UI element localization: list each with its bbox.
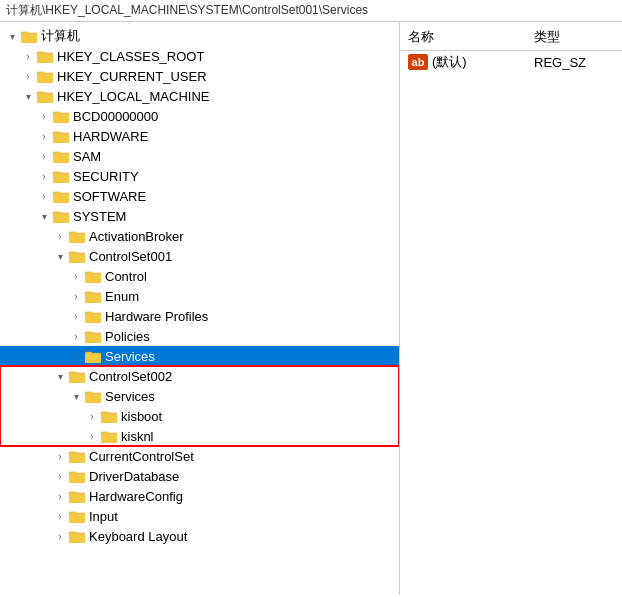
tree-label: SECURITY [73, 169, 139, 184]
registry-value-name: (默认) [432, 53, 534, 71]
svg-rect-70 [69, 374, 85, 383]
collapse-icon[interactable]: ▾ [52, 248, 68, 264]
tree-item-kisknl[interactable]: › kisknl [0, 426, 399, 446]
tree-item-policies[interactable]: › Policies [0, 326, 399, 346]
tree-item-controlset002[interactable]: ▾ ControlSet002 [0, 366, 399, 386]
red-box-group: ▾ ControlSet002▾ Services› kisboot› kisk… [0, 366, 399, 446]
folder-icon [68, 488, 86, 504]
expand-icon[interactable]: › [20, 68, 36, 84]
folder-icon [68, 228, 86, 244]
expand-icon[interactable]: › [84, 428, 100, 444]
svg-rect-23 [54, 133, 60, 135]
svg-rect-10 [37, 74, 53, 83]
svg-rect-91 [70, 473, 76, 475]
expand-icon[interactable]: › [68, 348, 84, 364]
tree-label: Control [105, 269, 147, 284]
tree-item-controlset001[interactable]: ▾ ControlSet001 [0, 246, 399, 266]
tree-item-services001[interactable]: › Services [0, 346, 399, 366]
tree-item-hklm[interactable]: ▾ HKEY_LOCAL_MACHINE [0, 86, 399, 106]
svg-rect-83 [102, 433, 108, 435]
expand-icon[interactable]: › [36, 168, 52, 184]
svg-rect-6 [37, 54, 53, 63]
expand-icon[interactable]: › [36, 188, 52, 204]
folder-icon [36, 88, 54, 104]
tree-item-enum[interactable]: › Enum [0, 286, 399, 306]
collapse-icon[interactable]: ▾ [36, 208, 52, 224]
tree-item-computer[interactable]: ▾ 计算机 [0, 26, 399, 46]
svg-rect-31 [54, 173, 60, 175]
expand-icon[interactable]: › [20, 48, 36, 64]
tree-item-software[interactable]: › SOFTWARE [0, 186, 399, 206]
svg-rect-82 [101, 434, 117, 443]
tree-label: HKEY_CLASSES_ROOT [57, 49, 204, 64]
folder-icon [84, 328, 102, 344]
folder-icon [52, 128, 70, 144]
folder-icon [68, 508, 86, 524]
svg-rect-42 [69, 234, 85, 243]
tree-label: HARDWARE [73, 129, 148, 144]
collapse-icon[interactable]: ▾ [52, 368, 68, 384]
expand-icon[interactable]: › [52, 468, 68, 484]
tree-item-currentcontrolset[interactable]: › CurrentControlSet [0, 446, 399, 466]
tree-label: Policies [105, 329, 150, 344]
folder-icon [52, 188, 70, 204]
folder-icon [52, 168, 70, 184]
expand-icon[interactable]: › [36, 128, 52, 144]
svg-rect-75 [86, 393, 92, 395]
tree-label: SYSTEM [73, 209, 126, 224]
tree-label: SOFTWARE [73, 189, 146, 204]
tree-item-driverdatabase[interactable]: › DriverDatabase [0, 466, 399, 486]
tree-item-sam[interactable]: › SAM [0, 146, 399, 166]
tree-item-hardwareconfig[interactable]: › HardwareConfig [0, 486, 399, 506]
expand-icon[interactable]: › [68, 268, 84, 284]
svg-rect-50 [85, 274, 101, 283]
svg-rect-79 [102, 413, 108, 415]
tree-label: kisboot [121, 409, 162, 424]
svg-rect-30 [53, 174, 69, 183]
folder-icon [36, 48, 54, 64]
tree-item-control[interactable]: › Control [0, 266, 399, 286]
tree-item-hwprofiles[interactable]: › Hardware Profiles [0, 306, 399, 326]
tree-item-keyboardlayout[interactable]: › Keyboard Layout [0, 526, 399, 546]
tree-item-input[interactable]: › Input [0, 506, 399, 526]
collapse-icon[interactable]: ▾ [4, 28, 20, 44]
tree-label: HKEY_CURRENT_USER [57, 69, 207, 84]
expand-icon[interactable]: › [52, 488, 68, 504]
folder-icon [68, 468, 86, 484]
svg-rect-27 [54, 153, 60, 155]
svg-rect-19 [54, 113, 60, 115]
svg-rect-98 [69, 514, 85, 523]
tree-item-security[interactable]: › SECURITY [0, 166, 399, 186]
expand-icon[interactable]: › [36, 148, 52, 164]
svg-rect-102 [69, 534, 85, 543]
folder-icon [52, 148, 70, 164]
svg-rect-51 [86, 273, 92, 275]
folder-icon [100, 428, 118, 444]
registry-default-value-row[interactable]: ab (默认) REG_SZ [400, 51, 622, 73]
expand-icon[interactable]: › [68, 328, 84, 344]
expand-icon[interactable]: › [52, 448, 68, 464]
collapse-icon[interactable]: ▾ [20, 88, 36, 104]
expand-icon[interactable]: › [52, 508, 68, 524]
expand-icon[interactable]: › [52, 528, 68, 544]
tree-item-kisboot[interactable]: › kisboot [0, 406, 399, 426]
folder-icon [68, 248, 86, 264]
tree-label: SAM [73, 149, 101, 164]
collapse-icon[interactable]: ▾ [68, 388, 84, 404]
title-bar: 计算机\HKEY_LOCAL_MACHINE\SYSTEM\ControlSet… [0, 0, 622, 22]
folder-icon [52, 208, 70, 224]
expand-icon[interactable]: › [68, 308, 84, 324]
tree-item-system[interactable]: ▾ SYSTEM [0, 206, 399, 226]
tree-item-hkcu[interactable]: › HKEY_CURRENT_USER [0, 66, 399, 86]
tree-item-hkcr[interactable]: › HKEY_CLASSES_ROOT [0, 46, 399, 66]
tree-label: Services [105, 349, 155, 364]
expand-icon[interactable]: › [36, 108, 52, 124]
tree-item-bcd[interactable]: › BCD00000000 [0, 106, 399, 126]
tree-item-services002[interactable]: ▾ Services [0, 386, 399, 406]
expand-icon[interactable]: › [52, 228, 68, 244]
svg-rect-7 [38, 53, 44, 55]
expand-icon[interactable]: › [84, 408, 100, 424]
tree-item-hardware[interactable]: › HARDWARE [0, 126, 399, 146]
expand-icon[interactable]: › [68, 288, 84, 304]
tree-item-activationbroker[interactable]: › ActivationBroker [0, 226, 399, 246]
